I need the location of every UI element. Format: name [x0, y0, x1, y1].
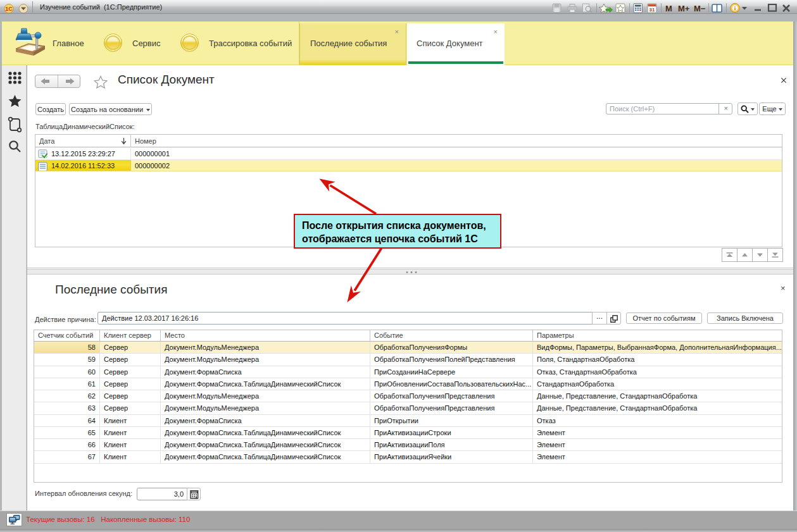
svg-text:31: 31	[650, 7, 655, 13]
svg-text:1C: 1C	[5, 6, 13, 12]
svg-text:M: M	[665, 4, 672, 13]
svg-text:M+: M+	[678, 4, 690, 13]
svg-text:M−: M−	[694, 4, 706, 13]
